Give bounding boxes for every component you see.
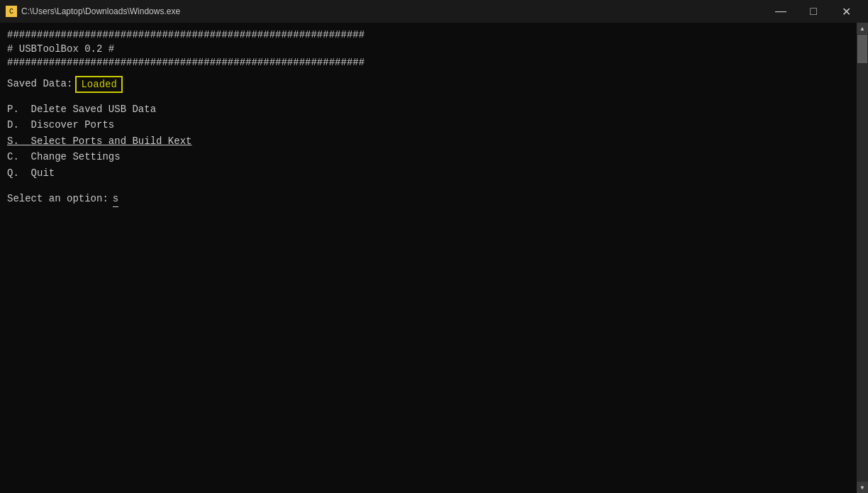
menu-key-c: C. [7,151,31,162]
header-title: # USBToolBox 0.2 # [7,43,850,57]
maximize-button[interactable]: □ [797,0,830,23]
saved-data-line: Saved Data: Loaded [7,76,850,93]
menu-label-d: Discover Ports [31,119,115,131]
menu-item-p: P. Delete Saved USB Data [7,101,850,117]
prompt-input-value[interactable]: s [113,192,118,207]
scroll-track [857,34,868,482]
menu-item-c: C. Change Settings [7,149,850,165]
menu-key-d: D. [7,119,31,131]
menu-key-q: Q. [7,167,31,179]
terminal-window: C C:\Users\Laptop\Downloads\Windows.exe … [0,0,868,493]
menu-section: P. Delete Saved USB Data D. Discover Por… [7,101,850,181]
prompt-line: Select an option: s [7,192,850,207]
menu-label-s: Select Ports and Build Kext [31,135,192,147]
menu-item-s: S. Select Ports and Build Kext [7,133,850,149]
menu-key-p: P. [7,104,31,115]
menu-item-q: Q. Quit [7,165,850,181]
header-hash-top: ########################################… [7,28,850,43]
menu-label-q: Quit [31,167,55,179]
menu-key-s: S. [7,135,31,147]
prompt-label: Select an option: [7,192,108,206]
close-button[interactable]: ✕ [830,0,862,23]
console-area: ########################################… [0,23,868,493]
scroll-down-button[interactable]: ▼ [857,482,868,493]
title-bar-left: C C:\Users\Laptop\Downloads\Windows.exe [6,6,180,17]
app-icon: C [6,6,17,17]
menu-label-c: Change Settings [31,151,121,162]
header-hash-bottom: ########################################… [7,56,850,70]
scrollbar: ▲ ▼ [857,23,868,493]
console-content: ########################################… [0,23,857,493]
menu-label-p: Delete Saved USB Data [31,104,156,115]
saved-data-label: Saved Data: [7,77,72,92]
scroll-up-button[interactable]: ▲ [857,23,868,34]
loaded-badge: Loaded [75,76,122,93]
title-bar: C C:\Users\Laptop\Downloads\Windows.exe … [0,0,868,23]
window-controls: — □ ✕ [764,0,862,23]
minimize-button[interactable]: — [764,0,797,23]
scroll-thumb[interactable] [857,35,867,63]
menu-item-d: D. Discover Ports [7,117,850,133]
window-title: C:\Users\Laptop\Downloads\Windows.exe [21,6,180,16]
